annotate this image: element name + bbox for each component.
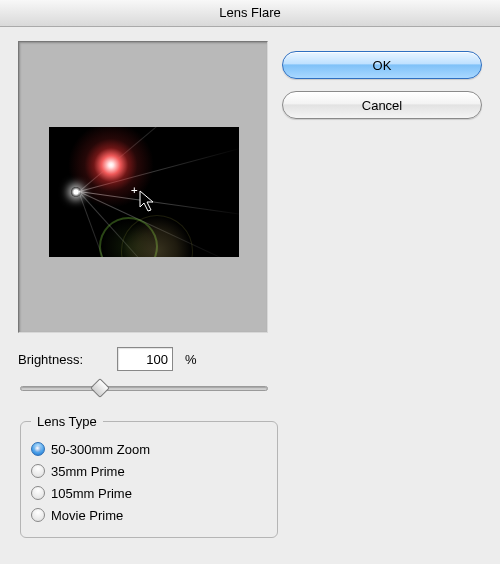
lens-type-radio[interactable]	[31, 442, 45, 456]
brightness-label: Brightness:	[18, 352, 111, 367]
lens-type-option-105mm-prime[interactable]: 105mm Prime	[31, 483, 267, 503]
lens-type-radio[interactable]	[31, 508, 45, 522]
lens-type-option-movie-prime[interactable]: Movie Prime	[31, 505, 267, 525]
flare-preview[interactable]: +	[18, 41, 268, 333]
lens-type-radio[interactable]	[31, 486, 45, 500]
ok-button[interactable]: OK	[282, 51, 482, 79]
lens-type-legend: Lens Type	[31, 414, 103, 429]
brightness-slider[interactable]	[20, 379, 268, 397]
lens-type-option-label: 50-300mm Zoom	[51, 442, 150, 457]
dialog-titlebar: Lens Flare	[0, 0, 500, 27]
lens-type-option-label: Movie Prime	[51, 508, 123, 523]
lens-type-group: Lens Type 50-300mm Zoom 35mm Prime 105mm…	[20, 414, 278, 538]
lens-type-option-50-300mm-zoom[interactable]: 50-300mm Zoom	[31, 439, 267, 459]
dialog-title: Lens Flare	[219, 5, 280, 20]
lens-type-option-35mm-prime[interactable]: 35mm Prime	[31, 461, 267, 481]
brightness-unit: %	[179, 352, 197, 367]
lens-type-radio[interactable]	[31, 464, 45, 478]
cancel-button[interactable]: Cancel	[282, 91, 482, 119]
lens-flare-dialog: Lens Flare +	[0, 0, 500, 564]
lens-type-option-label: 35mm Prime	[51, 464, 125, 479]
preview-image[interactable]	[49, 127, 239, 257]
brightness-input[interactable]	[117, 347, 173, 371]
lens-type-option-label: 105mm Prime	[51, 486, 132, 501]
